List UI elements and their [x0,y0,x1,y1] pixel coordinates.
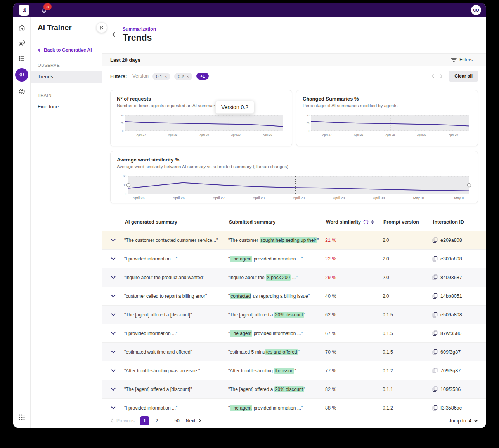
home-icon[interactable] [17,23,26,32]
expand-row-icon[interactable] [102,295,124,298]
agents-icon[interactable] [17,39,26,47]
left-panel: AI Trainer Back to Generative AI OBSERVE… [31,17,102,428]
remove-chip-icon[interactable]: × [186,74,189,79]
expand-row-icon[interactable] [102,369,124,372]
table-row[interactable]: "After troubleshooting was an issue.""Af… [102,361,486,380]
workflows-icon[interactable] [17,54,26,63]
word-similarity-value: 88 % [325,405,336,411]
page-number[interactable]: 2 [155,418,159,424]
collapse-panel-button[interactable] [96,22,107,33]
interaction-id-cell: 84093587 [432,274,486,280]
ai-summary-cell: "I provided information ..." [124,331,228,336]
brand-logo[interactable]: :t [19,5,29,16]
expand-row-icon[interactable] [102,388,124,391]
interaction-id-cell: 109f3586 [432,386,486,392]
apps-grid-icon[interactable] [17,413,26,422]
expand-row-icon[interactable] [102,406,124,410]
svg-text:April 29: April 29 [333,196,345,200]
range-bar: Last 20 days Filters [102,53,486,66]
col-word-similarity: Word similarity [326,219,361,225]
date-range-label: Last 20 days [110,57,140,63]
breadcrumb[interactable]: Summarization [123,26,156,32]
svg-text:April 28: April 28 [354,134,363,137]
svg-text:0: 0 [308,130,309,132]
page-back-icon[interactable] [112,32,116,37]
notifications-button[interactable]: 8 [40,7,48,14]
prompt-version-cell: 0.1.2 [383,368,432,373]
filters-prev-icon[interactable] [431,74,435,78]
section-label-observe: OBSERVE [31,53,102,71]
table-row[interactable]: "I provided information ...""The agent p… [102,324,486,343]
filter-chip[interactable]: 0.1× [152,73,170,80]
user-avatar[interactable]: CO [471,5,481,15]
copy-icon[interactable] [432,312,438,318]
svg-text:April 26: April 26 [173,196,185,200]
next-page-button[interactable]: Next [186,418,202,424]
ai-summary-cell: "The customer contacted customer service… [124,238,228,243]
copy-icon[interactable] [432,274,438,280]
sidebar-item-trends[interactable]: Trends [31,71,102,83]
panel-title: AI Trainer [31,17,102,32]
more-filters-badge[interactable]: +1 [196,73,209,80]
diff-highlight: The agent [230,405,252,411]
prompt-version-cell: 0.1.5 [383,331,432,336]
ai-summary-cell: "estimated wait time and offered" [124,349,228,355]
page-number[interactable]: 50 [173,418,180,424]
svg-text:50: 50 [307,114,310,117]
interaction-id-cell: 609f3g87 [432,349,486,355]
copy-icon[interactable] [432,368,438,373]
copy-icon[interactable] [432,330,438,336]
table-row[interactable]: "The [agent] offered a [discount]""The [… [102,306,486,324]
filters-button[interactable]: Filters [451,57,473,63]
requests-chart-card: N° of requests Number of times agents re… [110,90,292,146]
clear-all-button[interactable]: Clear all [449,71,478,82]
jump-to-dropdown[interactable]: Jump to: 4 [449,418,478,424]
table-row[interactable]: "I provided information ...""The agent p… [102,250,486,268]
table-row[interactable]: "estimated wait time and offered""estima… [102,343,486,361]
page-current[interactable]: 1 [140,416,149,425]
filter-chip[interactable]: 0.2× [174,73,192,80]
copy-icon[interactable] [432,349,438,355]
pagination-bar: Previous 12...50 Next Jump to: 4 [102,413,486,428]
interaction-id-cell: e309a808 [432,256,486,262]
prompt-version-cell: 2.0 [383,238,432,243]
table-row[interactable]: "The customer contacted customer service… [102,231,486,250]
expand-row-icon[interactable] [102,313,124,316]
prompt-version-cell: 0.1.5 [383,349,432,355]
svg-text:May 0: May 0 [454,196,464,200]
copy-icon[interactable] [432,237,438,243]
submitted-summary-cell: "The [agent] offered a 20% discount" [228,312,325,318]
sort-icon[interactable] [371,220,374,224]
ai-summary-cell: "The [agent] offered a [discount]" [124,312,228,318]
col-prompt-version: Prompt version [383,219,432,225]
expand-row-icon[interactable] [102,257,124,260]
remove-chip-icon[interactable]: × [165,74,167,79]
ai-summary-cell: "customer called to report a billing err… [124,293,228,299]
ai-trainer-icon[interactable] [15,68,28,82]
changed-summaries-chart: 02550April 27April 28April 28April 29Apr… [303,113,471,137]
submitted-summary-cell: "The agent provided information ..." [228,331,325,336]
expand-row-icon[interactable] [102,276,124,279]
expand-row-icon[interactable] [102,332,124,335]
expand-row-icon[interactable] [102,351,124,354]
info-icon[interactable] [363,219,369,225]
chevron-down-icon [474,419,478,422]
copy-icon[interactable] [432,293,438,299]
table-row[interactable]: "customer called to report a billing err… [102,287,486,306]
copy-icon[interactable] [432,405,438,411]
settings-icon[interactable] [17,87,26,96]
copy-icon[interactable] [432,256,438,262]
svg-text:April 27: April 27 [213,196,225,200]
icon-rail [13,17,31,428]
table-row[interactable]: "inquire about the product and wanted""i… [102,268,486,287]
previous-page-button[interactable]: Previous [110,418,135,424]
main-content: Summarization Trends Last 20 days Filter… [102,17,486,428]
expand-row-icon[interactable] [102,239,124,242]
filters-next-icon[interactable] [440,74,444,78]
table-row[interactable]: "The [agent] offered a [discount]""The [… [102,380,486,399]
copy-icon[interactable] [432,386,438,392]
word-similarity-chart: 03060April 26April 26April 27April 28Apr… [117,174,471,201]
word-similarity-value: 21 % [325,238,336,243]
sidebar-item-fine-tune[interactable]: Fine tune [31,101,102,113]
back-to-generative-ai-link[interactable]: Back to Generative AI [31,32,102,53]
